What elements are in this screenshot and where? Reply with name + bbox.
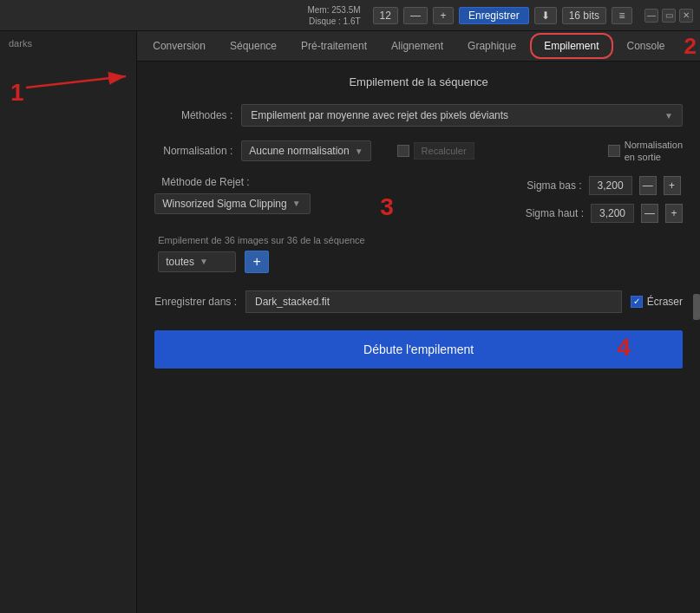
ecraser-checkbox[interactable]: ✓: [631, 296, 643, 308]
nav-tabs: Conversion Séquence Pré-traitement Align…: [137, 31, 700, 62]
normalisation-arrow-icon: ▼: [355, 147, 363, 156]
sigma-bas-plus-btn[interactable]: +: [664, 176, 681, 195]
rejection-dropdown[interactable]: Winsorized Sigma Clipping ▼: [154, 193, 311, 214]
tab-graphique[interactable]: Graphique: [455, 31, 528, 61]
maximize-btn[interactable]: ▭: [662, 9, 676, 23]
download-btn[interactable]: ⬇: [534, 7, 557, 24]
rejection-section: Méthode de Rejet : Winsorized Sigma Clip…: [154, 176, 683, 223]
scroll-handle[interactable]: [693, 294, 700, 320]
menu-btn[interactable]: ≡: [612, 7, 632, 24]
rejection-value: Winsorized Sigma Clipping: [162, 198, 286, 210]
stack-all-arrow-icon: ▼: [200, 257, 208, 266]
methodes-dropdown[interactable]: Empilement par moyenne avec rejet des pi…: [241, 104, 683, 127]
close-btn[interactable]: ✕: [679, 9, 693, 23]
content-area: Empilement de la séquence Méthodes : Emp…: [137, 62, 700, 613]
plus-btn[interactable]: +: [433, 7, 454, 24]
annotation-1: 1: [10, 79, 24, 107]
counter-value: 12: [373, 7, 398, 24]
sigma-bas-value: 3,200: [589, 176, 632, 195]
start-stacking-button[interactable]: Débute l'empilement: [154, 330, 683, 368]
window-controls: — ▭ ✕: [644, 9, 693, 23]
sigma-section: Sigma bas : 3,200 — + Sigma haut : 3,200…: [526, 176, 683, 223]
sigma-haut-plus-btn[interactable]: +: [665, 204, 683, 223]
normalisation-dropdown[interactable]: Aucune normalisation ▼: [241, 140, 370, 161]
sidebar: darks 1: [0, 31, 137, 613]
norm-sortie-checkbox[interactable]: [608, 145, 620, 157]
svg-line-1: [26, 76, 126, 88]
disk-label: Disque : 1.6T: [309, 16, 360, 26]
tab-pretraitement[interactable]: Pré-traitement: [289, 31, 379, 61]
sidebar-title: darks: [0, 31, 136, 55]
enregistrer-label: Enregistrer dans :: [154, 296, 237, 308]
normalisation-value: Aucune normalisation: [249, 145, 349, 157]
rejection-left: Méthode de Rejet : Winsorized Sigma Clip…: [154, 176, 311, 214]
norm-sortie-area: Normalisation en sortie: [608, 139, 683, 164]
stack-count-text: Empilement de 36 images sur 36 de la séq…: [158, 235, 683, 245]
ecraser-label: Écraser: [647, 296, 683, 308]
rejection-arrow-icon: ▼: [292, 199, 301, 208]
methodes-row: Méthodes : Empilement par moyenne avec r…: [154, 104, 683, 127]
sigma-haut-label: Sigma haut :: [526, 207, 584, 219]
recalculer-checkbox[interactable]: [397, 145, 409, 157]
tab-sequence[interactable]: Séquence: [218, 31, 289, 61]
stack-controls: toutes ▼ +: [158, 251, 683, 273]
tab-empilement[interactable]: Empilement: [530, 33, 612, 59]
sigma-haut-value: 3,200: [591, 204, 634, 223]
recalculer-button[interactable]: Recalculer: [414, 142, 474, 160]
annotation-3: 3: [380, 193, 394, 221]
normalisation-row: Normalisation : Aucune normalisation ▼ R…: [154, 139, 683, 164]
memory-info: Mem: 253.5M Disque : 1.6T: [307, 4, 360, 27]
sigma-bas-label: Sigma bas :: [526, 179, 582, 192]
sigma-bas-minus-btn[interactable]: —: [639, 176, 657, 195]
section-title: Empilement de la séquence: [154, 75, 683, 88]
methodes-arrow-icon: ▼: [664, 111, 673, 121]
minimize-btn[interactable]: —: [644, 9, 658, 23]
right-panel: Conversion Séquence Pré-traitement Align…: [137, 31, 700, 613]
add-stack-btn[interactable]: +: [245, 251, 269, 273]
top-bar: Mem: 253.5M Disque : 1.6T 12 — + Enregis…: [0, 0, 700, 31]
stack-all-dropdown[interactable]: toutes ▼: [158, 251, 236, 272]
tab-alignement[interactable]: Alignement: [379, 31, 455, 61]
sigma-bas-row: Sigma bas : 3,200 — +: [526, 176, 683, 195]
stack-all-value: toutes: [166, 256, 194, 268]
save-row: Enregistrer dans : ✓ Écraser: [154, 290, 683, 313]
rejection-title: Méthode de Rejet :: [154, 176, 311, 188]
ecraser-area: ✓ Écraser: [631, 296, 683, 308]
tab-console[interactable]: Console: [615, 31, 677, 61]
main-layout: darks 1 Conversion Séquence Pré-traiteme…: [0, 31, 700, 613]
sigma-haut-row: Sigma haut : 3,200 — +: [526, 204, 683, 223]
sigma-haut-minus-btn[interactable]: —: [641, 204, 658, 223]
save-button[interactable]: Enregistrer: [459, 7, 529, 24]
stack-count-area: Empilement de 36 images sur 36 de la séq…: [154, 235, 683, 273]
methodes-label: Méthodes :: [154, 109, 232, 121]
minus-btn[interactable]: —: [403, 7, 428, 24]
norm-sortie-label: Normalisation en sortie: [625, 139, 683, 164]
methodes-value: Empilement par moyenne avec rejet des pi…: [251, 109, 508, 121]
enregistrer-input[interactable]: [245, 290, 622, 313]
bits-btn[interactable]: 16 bits: [562, 7, 606, 24]
mem-label: Mem: 253.5M: [307, 5, 360, 15]
recalculer-area: Recalculer: [397, 142, 474, 160]
normalisation-label: Normalisation :: [154, 145, 232, 157]
start-btn-container: Débute l'empilement 4: [154, 325, 683, 368]
tab-conversion[interactable]: Conversion: [141, 31, 218, 61]
annotation-2: 2: [684, 33, 697, 60]
